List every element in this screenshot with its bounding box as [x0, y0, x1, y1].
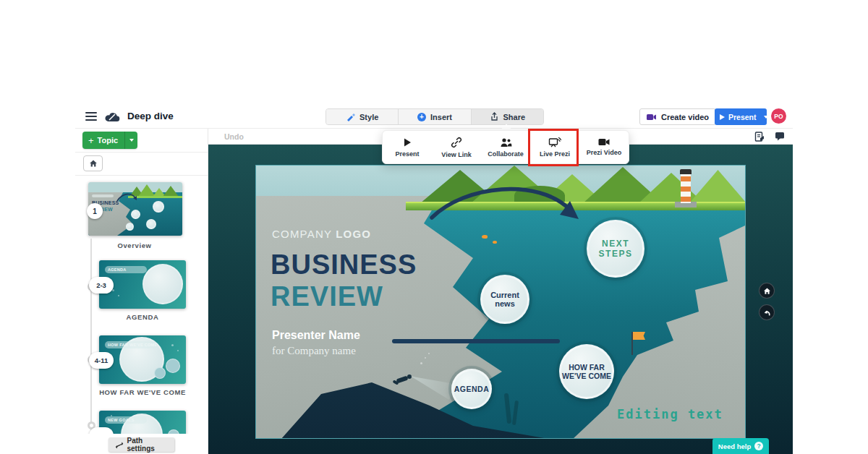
logo-word: LOGO: [336, 228, 371, 240]
live-prezi-icon: [548, 137, 561, 147]
thumbnail-label-agenda: AGENDA: [85, 313, 200, 321]
next-steps-line2: STEPS: [599, 249, 633, 259]
mini-pill: NEW GOALS: [105, 416, 147, 424]
next-steps-line1: NEXT: [602, 239, 629, 249]
back-to-previous-view-button[interactable]: [759, 304, 775, 320]
present-button[interactable]: Present: [715, 108, 767, 125]
scuba-diver-icon: [395, 371, 414, 388]
share-collaborate-label: Collaborate: [488, 150, 524, 158]
prezi-logo-icon[interactable]: [104, 111, 120, 123]
company-logo-text[interactable]: COMPANY LOGO: [272, 228, 371, 240]
create-video-button[interactable]: Create video: [639, 108, 716, 125]
editing-annotation[interactable]: Editing text is easy...: [617, 371, 723, 439]
style-wand-icon: [346, 112, 355, 121]
style-button[interactable]: Style: [326, 109, 399, 124]
mini-pill: AGENDA: [105, 266, 147, 273]
mini-circle: [131, 210, 140, 219]
curved-arrow: [426, 181, 589, 238]
share-menu-present[interactable]: Present: [383, 131, 432, 163]
add-topic-button[interactable]: + Topic: [82, 132, 137, 149]
path-settings-label: Path settings: [127, 437, 169, 453]
path-badge-how-far[interactable]: 4-11: [89, 352, 114, 369]
plus-icon: +: [88, 135, 94, 146]
speaker-notes-icon[interactable]: [754, 132, 765, 142]
insert-label: Insert: [430, 113, 452, 121]
top-toolbar: Deep dive Style + Insert Share Create vi…: [75, 105, 793, 129]
bubble: [425, 357, 426, 359]
insert-plus-icon: +: [417, 113, 426, 121]
mini-circle: [126, 223, 134, 231]
mini-arrow: [116, 192, 139, 203]
divider: [75, 152, 208, 153]
present-play-icon: [402, 137, 412, 147]
presentation-title[interactable]: Deep dive: [127, 111, 174, 121]
topic-circle-current-news[interactable]: Current news: [480, 275, 529, 324]
comments-icon[interactable]: [775, 132, 785, 141]
share-button[interactable]: Share: [472, 109, 543, 124]
share-label: Share: [503, 113, 526, 121]
topic-circle-how-far[interactable]: HOW FAR WE'VE COME: [559, 344, 614, 399]
create-video-label: Create video: [661, 113, 709, 121]
fish-icon: [482, 235, 488, 239]
presenter-company[interactable]: for Company name: [272, 345, 356, 357]
path-rail: [90, 239, 92, 431]
need-help-label: Need help: [718, 442, 751, 450]
home-overview-button[interactable]: [83, 155, 103, 171]
sidebar-footer: Path settings: [75, 434, 208, 454]
how-far-line2: WE'VE COME: [562, 372, 611, 380]
sidebar: + Topic: [75, 129, 208, 454]
zoom-home-button[interactable]: [759, 283, 775, 299]
share-menu-live-prezi[interactable]: Live Prezi: [530, 131, 579, 163]
slide-title-line1[interactable]: BUSINESS: [271, 249, 417, 280]
path-settings-button[interactable]: Path settings: [109, 437, 175, 452]
share-menu-view-link[interactable]: View Link: [432, 131, 481, 163]
curved-back-arrow-icon: [763, 309, 771, 317]
slide-title-line2[interactable]: REVIEW: [271, 281, 383, 312]
prezi-editor-screen: Deep dive Style + Insert Share Create vi…: [0, 0, 868, 454]
video-camera-icon: [647, 113, 657, 121]
bubble: [428, 353, 430, 354]
mini-company-logo-bar: [92, 194, 114, 197]
company-word: COMPANY: [272, 228, 336, 240]
lighthouse-icon: [681, 171, 691, 203]
present-dropdown-caret-icon[interactable]: [764, 116, 768, 119]
mini-pill: HOW FAR WE'VE COME: [105, 341, 157, 348]
slide-overview[interactable]: COMPANY LOGO BUSINESS REVIEW Presenter N…: [255, 165, 746, 439]
editor-canvas[interactable]: COMPANY LOGO BUSINESS REVIEW Presenter N…: [208, 145, 793, 454]
thumbnail-label-how-far: HOW FAR WE'VE COME: [85, 388, 200, 396]
need-help-button[interactable]: Need help ?: [712, 438, 769, 454]
topic-circle-next-steps[interactable]: NEXT STEPS: [587, 220, 644, 278]
share-menu-prezi-video[interactable]: Prezi Video: [579, 131, 629, 163]
topic-circle-agenda[interactable]: AGENDA: [451, 369, 492, 409]
how-far-line1: HOW FAR: [569, 363, 605, 372]
link-icon: [451, 137, 462, 148]
lighthouse-cap: [680, 169, 692, 174]
fish-icon: [493, 241, 497, 244]
collaborate-people-icon: [500, 137, 512, 147]
toolbar-segmented-control: Style + Insert Share: [326, 108, 544, 125]
path-settings-icon: [115, 441, 124, 449]
insert-button[interactable]: + Insert: [399, 109, 471, 124]
annotation-line1: Editing text: [617, 406, 723, 423]
current-news-label: Current news: [482, 291, 527, 308]
timeline-bar[interactable]: [392, 339, 560, 343]
mini-circle: [146, 219, 156, 229]
path-badge-overview[interactable]: 1: [87, 203, 103, 219]
path-badge-agenda[interactable]: 2-3: [89, 277, 114, 294]
share-live-prezi-label: Live Prezi: [540, 150, 570, 158]
share-prezi-video-label: Prezi Video: [587, 149, 621, 156]
share-dropdown-menu: Present View Link Collaborate Live Prezi: [382, 130, 629, 164]
topic-dropdown-caret[interactable]: [124, 132, 137, 149]
present-label: Present: [728, 113, 757, 121]
user-avatar[interactable]: PO: [771, 108, 786, 124]
undo-button[interactable]: Undo: [224, 132, 244, 141]
chevron-down-icon: [129, 139, 134, 142]
agenda-label: AGENDA: [454, 385, 490, 393]
mini-circle: [153, 201, 164, 213]
hamburger-menu-icon[interactable]: [85, 112, 97, 121]
share-menu-collaborate[interactable]: Collaborate: [481, 131, 530, 163]
mini-subtopic-circle: [166, 359, 180, 373]
divider: [75, 175, 208, 176]
home-icon: [763, 287, 771, 295]
presenter-name[interactable]: Presenter Name: [272, 329, 360, 342]
